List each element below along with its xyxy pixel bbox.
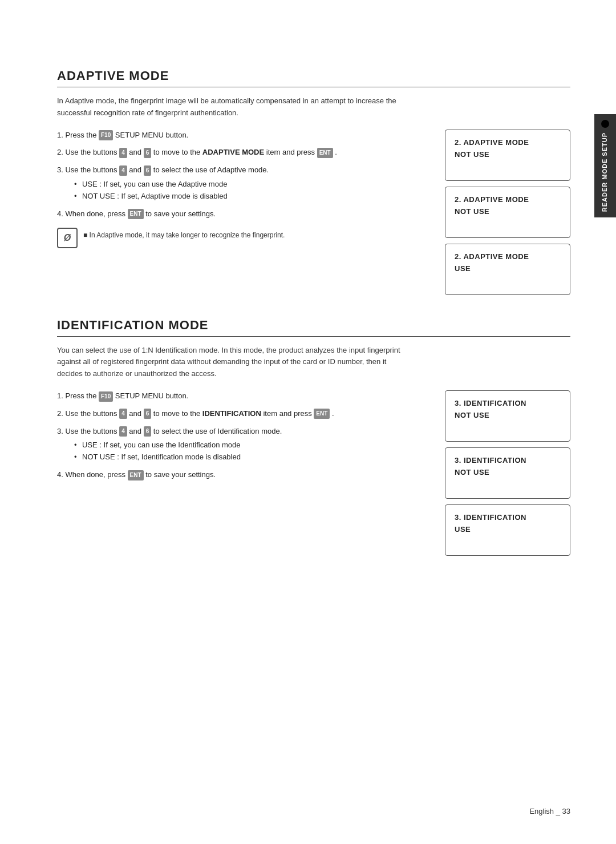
id-panel-2-line2: NOT USE — [455, 468, 561, 476]
note-icon: Ø — [57, 228, 78, 248]
step-2-key2: 6 — [144, 148, 152, 158]
adaptive-panel-2: 2. ADAPTIVE MODE NOT USE — [445, 187, 570, 238]
identification-mode-body: 1. Press the F10 SETUP MENU button. 2. U… — [57, 390, 570, 556]
identification-mode-steps: 1. Press the F10 SETUP MENU button. 2. U… — [57, 390, 399, 481]
id-panel-2-line1: 3. IDENTIFICATION — [455, 456, 561, 465]
id-step-3-sublist: USE : If set, you can use the Identifica… — [74, 439, 399, 463]
adaptive-panel-3: 2. ADAPTIVE MODE USE — [445, 244, 570, 295]
id-step-1-num: 1. — [57, 391, 65, 400]
step-4-text2: to save your settings. — [145, 209, 216, 218]
step-3-text2: to select the use of Adaptive mode. — [153, 165, 269, 174]
adaptive-panel-1: 2. ADAPTIVE MODE NOT USE — [445, 130, 570, 181]
id-sub-item-notuse: NOT USE : If set, Identification mode is… — [74, 451, 399, 463]
id-step-2-num: 2. — [57, 409, 65, 418]
identification-mode-left: 1. Press the F10 SETUP MENU button. 2. U… — [57, 390, 428, 556]
adaptive-panel-1-line1: 2. ADAPTIVE MODE — [455, 138, 561, 147]
adaptive-step-2: 2. Use the buttons 4 and 6 to move to th… — [57, 147, 399, 159]
id-panel-1: 3. IDENTIFICATION NOT USE — [445, 390, 570, 442]
step-1-text-after: SETUP MENU button. — [115, 131, 188, 139]
id-sub-item-use: USE : If set, you can use the Identifica… — [74, 439, 399, 451]
id-step-3: 3. Use the buttons 4 and 6 to select the… — [57, 426, 399, 463]
id-step-2-text1: Use the buttons — [65, 409, 119, 418]
id-step-4: 4. When done, press ENT to save your set… — [57, 469, 399, 481]
step-2-text2: to move to the — [153, 148, 202, 156]
id-panel-3-line2: USE — [455, 525, 561, 534]
adaptive-panel-2-line1: 2. ADAPTIVE MODE — [455, 195, 561, 204]
step-4-num: 4. — [57, 209, 65, 218]
step-2-key1: 4 — [119, 148, 127, 158]
adaptive-step-4: 4. When done, press ENT to save your set… — [57, 208, 399, 220]
id-step-2-key1: 4 — [119, 409, 127, 419]
step-3-num: 3. — [57, 165, 65, 174]
step-3-key1: 4 — [119, 165, 127, 176]
identification-mode-section: IDENTIFICATION MODE You can select the u… — [57, 318, 570, 556]
id-step-4-key: ENT — [128, 470, 144, 480]
adaptive-step-3: 3. Use the buttons 4 and 6 to select the… — [57, 164, 399, 202]
step-1-text-before: Press the — [65, 131, 99, 139]
step-1-num: 1. — [57, 131, 65, 139]
id-step-3-text2: to select the use of Identification mode… — [153, 427, 282, 435]
adaptive-step-3-sublist: USE : If set, you can use the Adaptive m… — [74, 179, 399, 203]
side-tab-text: READER MODE SETUP — [601, 132, 609, 212]
step-1-key: F10 — [99, 130, 113, 140]
sub-item-notuse: NOT USE : If set, Adaptive mode is disab… — [74, 191, 399, 203]
id-panel-3: 3. IDENTIFICATION USE — [445, 504, 570, 556]
id-step-2-text3: item and press — [263, 409, 314, 418]
adaptive-mode-title: ADAPTIVE MODE — [57, 68, 570, 87]
adaptive-panel-1-line2: NOT USE — [455, 150, 561, 159]
section-separator — [57, 295, 570, 318]
id-panel-1-line1: 3. IDENTIFICATION — [455, 399, 561, 407]
step-2-bold: ADAPTIVE MODE — [202, 148, 264, 156]
adaptive-step-1: 1. Press the F10 SETUP MENU button. — [57, 130, 399, 142]
adaptive-mode-section: ADAPTIVE MODE In Adaptive mode, the fing… — [57, 68, 570, 295]
id-step-2-text2: to move to the — [153, 409, 202, 418]
step-4-key: ENT — [128, 209, 144, 219]
id-step-1-text2: SETUP MENU button. — [115, 391, 188, 400]
adaptive-panel-3-line2: USE — [455, 264, 561, 273]
id-step-2-text4: . — [332, 409, 334, 418]
id-step-3-and: and — [129, 427, 143, 435]
id-step-2-and: and — [129, 409, 143, 418]
side-tab-bullet — [601, 120, 609, 128]
id-step-2-key2: 6 — [144, 409, 152, 419]
identification-mode-title: IDENTIFICATION MODE — [57, 318, 570, 337]
step-2-text4: . — [335, 148, 337, 156]
side-tab: READER MODE SETUP — [594, 114, 616, 217]
adaptive-note: Ø ■ In Adaptive mode, it may take longer… — [57, 228, 399, 248]
page-number: English _ 33 — [529, 807, 570, 815]
adaptive-mode-body: 1. Press the F10 SETUP MENU button. 2. U… — [57, 130, 570, 295]
step-3-and: and — [129, 165, 143, 174]
page: READER MODE SETUP ADAPTIVE MODE In Adapt… — [0, 0, 616, 844]
id-step-3-key2: 6 — [144, 426, 152, 437]
note-text: ■ In Adaptive mode, it may take longer t… — [83, 228, 285, 240]
id-step-2-bold: IDENTIFICATION — [202, 409, 261, 418]
id-step-4-text2: to save your settings. — [145, 470, 216, 479]
step-3-key2: 6 — [144, 165, 152, 176]
step-4-text1: When done, press — [65, 209, 127, 218]
sub-item-use: USE : If set, you can use the Adaptive m… — [74, 179, 399, 191]
id-step-2: 2. Use the buttons 4 and 6 to move to th… — [57, 408, 399, 420]
step-2-text1: Use the buttons — [65, 148, 119, 156]
adaptive-mode-steps: 1. Press the F10 SETUP MENU button. 2. U… — [57, 130, 399, 220]
adaptive-mode-intro: In Adaptive mode, the fingerprint image … — [57, 95, 411, 119]
id-panel-1-line2: NOT USE — [455, 411, 561, 419]
adaptive-mode-left: 1. Press the F10 SETUP MENU button. 2. U… — [57, 130, 428, 295]
adaptive-panel-2-line2: NOT USE — [455, 207, 561, 216]
id-step-2-key3: ENT — [314, 409, 330, 419]
id-panel-2: 3. IDENTIFICATION NOT USE — [445, 447, 570, 499]
id-step-4-text1: When done, press — [65, 470, 127, 479]
step-2-and: and — [129, 148, 143, 156]
step-2-text3: item and press — [266, 148, 317, 156]
adaptive-right-panels: 2. ADAPTIVE MODE NOT USE 2. ADAPTIVE MOD… — [445, 130, 570, 295]
id-step-4-num: 4. — [57, 470, 65, 479]
id-step-3-text1: Use the buttons — [65, 427, 119, 435]
adaptive-panel-3-line1: 2. ADAPTIVE MODE — [455, 252, 561, 261]
id-step-3-key1: 4 — [119, 426, 127, 437]
id-step-3-num: 3. — [57, 427, 65, 435]
id-step-1-key: F10 — [99, 391, 113, 402]
id-step-1-text1: Press the — [65, 391, 99, 400]
id-step-1: 1. Press the F10 SETUP MENU button. — [57, 390, 399, 402]
id-panel-3-line1: 3. IDENTIFICATION — [455, 513, 561, 522]
identification-mode-intro: You can select the use of 1:N Identifica… — [57, 345, 411, 380]
step-3-text1: Use the buttons — [65, 165, 119, 174]
